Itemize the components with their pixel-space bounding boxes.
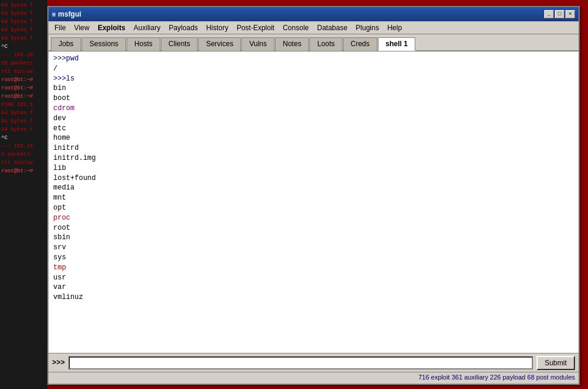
- close-button[interactable]: ×: [566, 10, 575, 18]
- tab-jobs[interactable]: Jobs: [51, 37, 81, 51]
- left-line: rtt min/av: [1, 67, 46, 76]
- terminal-line: initrd.img: [53, 153, 574, 163]
- tab-vulns[interactable]: Vulns: [241, 37, 274, 51]
- left-line: --- 192.16: [1, 142, 46, 150]
- terminal-line: var: [53, 282, 574, 292]
- tab-hosts[interactable]: Hosts: [127, 37, 160, 51]
- left-line: ^C: [1, 43, 46, 51]
- terminal-line: mnt: [53, 193, 574, 203]
- title-bar-left: ▣ msfgui: [52, 10, 81, 18]
- terminal-line: etc: [53, 124, 574, 134]
- menu-history[interactable]: History: [203, 22, 232, 33]
- left-line: --- 192.16: [1, 51, 46, 59]
- title-bar: ▣ msfgui _ □ ×: [49, 7, 579, 21]
- main-window: ▣ msfgui _ □ × File View Exploits Auxili…: [47, 6, 580, 385]
- left-line: root@bt:~#: [1, 84, 46, 92]
- tab-clients[interactable]: Clients: [161, 37, 198, 51]
- status-text: 716 exploit 361 auxiliary 226 payload 68…: [418, 374, 575, 381]
- maximize-button[interactable]: □: [555, 10, 564, 18]
- menu-help[interactable]: Help: [384, 22, 406, 33]
- terminal-line: media: [53, 183, 574, 193]
- status-bar: 716 exploit 361 auxiliary 226 payload 68…: [49, 372, 579, 384]
- tab-services[interactable]: Services: [198, 37, 241, 51]
- tab-sessions[interactable]: Sessions: [82, 37, 126, 51]
- left-line: root@bt:~#: [1, 76, 46, 84]
- left-line: 64 bytes f: [1, 109, 46, 117]
- terminal-line: >>>pwd: [53, 54, 574, 64]
- input-prompt: >>>: [52, 359, 65, 367]
- command-input[interactable]: [69, 356, 533, 369]
- left-line: ^C: [1, 134, 46, 142]
- terminal-line: sys: [53, 253, 574, 263]
- terminal-line: boot: [53, 94, 574, 104]
- submit-button[interactable]: Submit: [537, 356, 575, 370]
- terminal-line: >>>ls: [53, 74, 574, 84]
- terminal-line: dev: [53, 114, 574, 124]
- left-line: 64 bytes f: [1, 1, 46, 9]
- menu-payloads[interactable]: Payloads: [165, 22, 201, 33]
- terminal-line: root: [53, 223, 574, 233]
- left-line: 64 bytes f: [1, 9, 46, 18]
- tab-shell1[interactable]: shell 1: [378, 37, 415, 51]
- tab-notes[interactable]: Notes: [275, 37, 309, 51]
- menu-post-exploit[interactable]: Post-Exploit: [233, 22, 278, 33]
- terminal-line: cdrom: [53, 104, 574, 114]
- tab-loots[interactable]: Loots: [309, 37, 342, 51]
- terminal-line: proc: [53, 213, 574, 223]
- window-title: msfgui: [58, 10, 81, 18]
- tab-creds[interactable]: Creds: [343, 37, 377, 51]
- terminal-line: bin: [53, 83, 574, 94]
- left-line: 64 bytes f: [1, 117, 46, 126]
- menu-bar: File View Exploits Auxiliary Payloads Hi…: [49, 21, 579, 34]
- input-area: >>> Submit: [49, 353, 579, 372]
- terminal-line: /: [53, 64, 574, 74]
- left-line: root@bt:~#: [1, 92, 46, 101]
- left-line: PING 192.1: [1, 101, 46, 109]
- left-line: root@bt:~#: [1, 167, 46, 175]
- left-line: rtt min/av: [1, 159, 46, 167]
- menu-exploits[interactable]: Exploits: [94, 22, 129, 33]
- title-buttons: _ □ ×: [544, 10, 575, 18]
- left-line: 64 bytes f: [1, 34, 46, 43]
- terminal-line: vmlinuz: [53, 292, 574, 303]
- tab-bar: Jobs Sessions Hosts Clients Services Vul…: [49, 34, 579, 52]
- menu-database[interactable]: Database: [314, 22, 351, 33]
- left-line: 2 packets: [1, 150, 46, 159]
- menu-auxiliary[interactable]: Auxiliary: [130, 22, 164, 33]
- left-terminal: 64 bytes f 64 bytes f 64 bytes f 64 byte…: [0, 0, 47, 389]
- left-line: 64 bytes f: [1, 126, 46, 134]
- terminal-line: usr: [53, 273, 574, 283]
- terminal-line: lost+found: [53, 173, 574, 184]
- terminal-line: opt: [53, 203, 574, 213]
- menu-console[interactable]: Console: [279, 22, 312, 33]
- menu-plugins[interactable]: Plugins: [352, 22, 382, 33]
- terminal-line: srv: [53, 243, 574, 253]
- terminal-output: >>>pwd / >>>ls bin boot cdrom dev etc ho…: [49, 52, 579, 353]
- minimize-button[interactable]: _: [544, 10, 554, 18]
- terminal-line: lib: [53, 163, 574, 173]
- menu-file[interactable]: File: [51, 22, 69, 33]
- terminal-line: tmp: [53, 263, 574, 273]
- left-line: 64 bytes f: [1, 26, 46, 34]
- menu-view[interactable]: View: [70, 22, 93, 33]
- terminal-line: sbin: [53, 233, 574, 243]
- terminal-line: home: [53, 133, 574, 143]
- left-line: 64 bytes f: [1, 18, 46, 26]
- left-line: 55 packets: [1, 59, 46, 67]
- terminal-line: initrd: [53, 143, 574, 153]
